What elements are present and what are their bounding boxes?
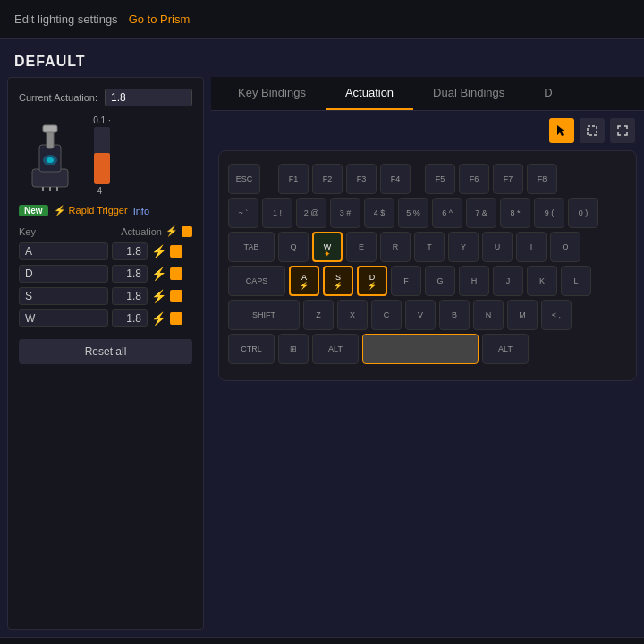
key-shift[interactable]: SHIFT bbox=[228, 300, 300, 330]
gauge-bar-bg bbox=[94, 127, 110, 184]
key-row: W 1.8 ⚡ bbox=[19, 309, 192, 327]
key-t[interactable]: T bbox=[414, 232, 445, 262]
key-l[interactable]: L bbox=[561, 266, 591, 296]
tab-actuation[interactable]: Actuation bbox=[326, 77, 413, 110]
svg-rect-3 bbox=[43, 125, 57, 132]
key-e[interactable]: E bbox=[346, 232, 377, 262]
key-name[interactable]: D bbox=[19, 265, 108, 283]
key-name[interactable]: A bbox=[19, 242, 108, 260]
key-7[interactable]: 7 & bbox=[466, 198, 496, 228]
key-u[interactable]: U bbox=[482, 232, 513, 262]
key-f8[interactable]: F8 bbox=[527, 164, 557, 194]
key-9[interactable]: 9 ( bbox=[534, 198, 564, 228]
key-3[interactable]: 3 # bbox=[330, 198, 360, 228]
keyboard-row-asdf: CAPS A ⚡ S ⚡ D ⚡ F G H bbox=[228, 266, 627, 296]
key-6[interactable]: 6 ^ bbox=[432, 198, 462, 228]
key-value[interactable]: 1.8 bbox=[112, 242, 148, 260]
tab-key-bindings[interactable]: Key Bindings bbox=[218, 77, 326, 110]
key-x[interactable]: X bbox=[337, 300, 368, 330]
tab-dual-bindings[interactable]: Dual Bindings bbox=[413, 77, 524, 110]
key-m[interactable]: M bbox=[507, 300, 538, 330]
key-f5[interactable]: F5 bbox=[425, 164, 455, 194]
key-b[interactable]: B bbox=[439, 300, 470, 330]
key-comma[interactable]: < , bbox=[541, 300, 572, 330]
key-2[interactable]: 2 @ bbox=[296, 198, 326, 228]
svg-marker-9 bbox=[557, 125, 565, 136]
key-name[interactable]: S bbox=[19, 287, 108, 305]
switch-image bbox=[19, 115, 81, 196]
key-win[interactable]: ⊞ bbox=[278, 334, 309, 364]
key-4[interactable]: 4 $ bbox=[364, 198, 394, 228]
key-space[interactable] bbox=[362, 334, 479, 364]
gauge-label-bottom: 4 · bbox=[97, 186, 106, 196]
key-name[interactable]: W bbox=[19, 309, 108, 327]
key-0[interactable]: 0 ) bbox=[568, 198, 598, 228]
key-1[interactable]: 1 ! bbox=[262, 198, 292, 228]
key-orange-square bbox=[170, 290, 182, 302]
current-actuation-label: Current Actuation: bbox=[19, 92, 97, 103]
key-i[interactable]: I bbox=[516, 232, 547, 262]
key-f7[interactable]: F7 bbox=[493, 164, 523, 194]
key-tilde[interactable]: ~ ` bbox=[228, 198, 258, 228]
switch-svg bbox=[23, 120, 77, 191]
key-alt-left[interactable]: ALT bbox=[312, 334, 359, 364]
key-list: A 1.8 ⚡ D 1.8 ⚡ S 1.8 ⚡ W 1.8 ⚡ bbox=[19, 242, 192, 327]
info-link[interactable]: Info bbox=[133, 206, 149, 216]
key-k[interactable]: K bbox=[527, 266, 557, 296]
key-f6[interactable]: F6 bbox=[459, 164, 489, 194]
key-caps[interactable]: CAPS bbox=[228, 266, 285, 296]
keyboard-row-numbers: ~ ` 1 ! 2 @ 3 # 4 $ 5 % 6 ^ 7 & 8 * 9 ( … bbox=[228, 198, 627, 228]
key-q[interactable]: Q bbox=[278, 232, 309, 262]
key-alt-right[interactable]: ALT bbox=[482, 334, 529, 364]
current-actuation-value[interactable]: 1.8 bbox=[105, 89, 192, 106]
svg-rect-10 bbox=[588, 126, 597, 135]
edit-lighting-label: Edit lighting settings bbox=[14, 13, 118, 26]
select-tool-button[interactable] bbox=[580, 118, 605, 143]
expand-icon bbox=[616, 124, 629, 137]
cursor-icon bbox=[555, 124, 568, 137]
tag-rapid: ⚡ Rapid Trigger bbox=[54, 205, 128, 216]
key-n[interactable]: N bbox=[473, 300, 504, 330]
key-o[interactable]: O bbox=[550, 232, 580, 262]
key-f2[interactable]: F2 bbox=[312, 164, 343, 194]
gauge-bar: 0.1 · 4 · bbox=[89, 115, 115, 196]
key-value[interactable]: 1.8 bbox=[112, 265, 148, 283]
expand-tool-button[interactable] bbox=[610, 118, 635, 143]
key-c[interactable]: C bbox=[371, 300, 402, 330]
key-r[interactable]: R bbox=[380, 232, 411, 262]
key-w[interactable]: W ✦ bbox=[312, 232, 343, 262]
key-y[interactable]: Y bbox=[448, 232, 479, 262]
key-value[interactable]: 1.8 bbox=[112, 309, 148, 327]
key-f[interactable]: F bbox=[391, 266, 421, 296]
tab-d[interactable]: D bbox=[524, 77, 572, 110]
key-5[interactable]: 5 % bbox=[398, 198, 428, 228]
goto-prism-link[interactable]: Go to Prism bbox=[129, 13, 191, 26]
key-orange-square bbox=[170, 267, 182, 280]
key-esc[interactable]: ESC bbox=[228, 164, 260, 194]
key-f1[interactable]: F1 bbox=[278, 164, 309, 194]
key-orange-square bbox=[170, 312, 182, 325]
key-tab[interactable]: TAB bbox=[228, 232, 275, 262]
main-layout: Current Actuation: 1.8 bbox=[0, 77, 644, 637]
key-f4[interactable]: F4 bbox=[380, 164, 411, 194]
key-arrow-icon: ⚡ bbox=[151, 244, 166, 258]
tag-new: New bbox=[19, 205, 48, 216]
key-h[interactable]: H bbox=[459, 266, 489, 296]
key-s[interactable]: S ⚡ bbox=[323, 266, 353, 296]
key-f3[interactable]: F3 bbox=[346, 164, 377, 194]
key-v[interactable]: V bbox=[405, 300, 436, 330]
gauge-label-top: 0.1 · bbox=[93, 115, 110, 125]
key-z[interactable]: Z bbox=[303, 300, 334, 330]
key-d[interactable]: D ⚡ bbox=[357, 266, 387, 296]
key-a[interactable]: A ⚡ bbox=[289, 266, 319, 296]
key-ctrl[interactable]: CTRL bbox=[228, 334, 275, 364]
key-arrow-icon: ⚡ bbox=[151, 289, 166, 303]
key-value[interactable]: 1.8 bbox=[112, 287, 148, 305]
key-j[interactable]: J bbox=[493, 266, 523, 296]
cursor-tool-button[interactable] bbox=[549, 118, 574, 143]
left-panel: Current Actuation: 1.8 bbox=[7, 77, 204, 630]
reset-all-button[interactable]: Reset all bbox=[19, 339, 192, 364]
key-8[interactable]: 8 * bbox=[500, 198, 530, 228]
key-g[interactable]: G bbox=[425, 266, 455, 296]
svg-point-5 bbox=[47, 157, 54, 163]
